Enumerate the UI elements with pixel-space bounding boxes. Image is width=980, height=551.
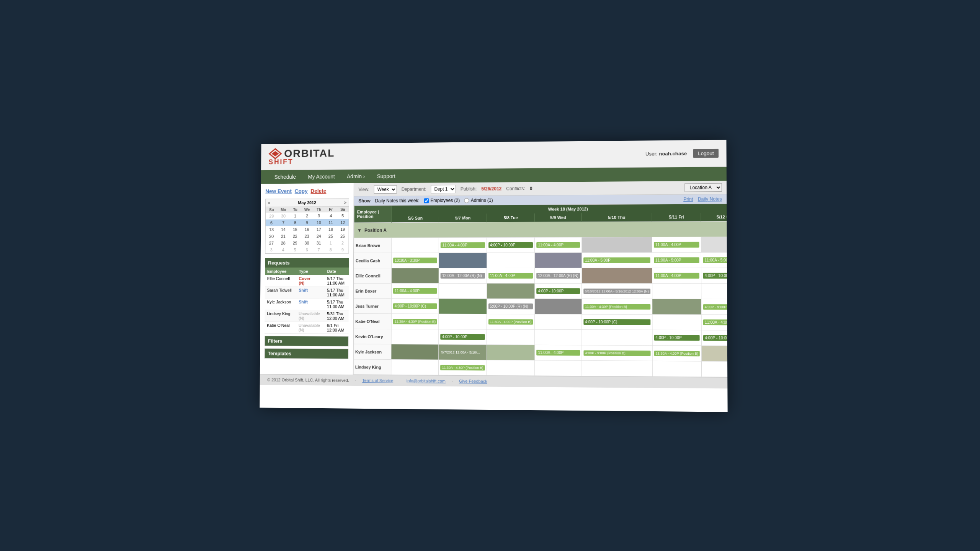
shift-brian-thu[interactable]: [581, 237, 652, 253]
collapse-icon[interactable]: ▼: [357, 228, 362, 233]
shift-erin-sat[interactable]: [701, 284, 727, 299]
shift-jess-tue[interactable]: 5:00P - 10:00P (R) (N): [487, 299, 535, 314]
cal-day-cell[interactable]: 31: [313, 240, 325, 246]
cal-day-cell[interactable]: 6: [266, 219, 278, 226]
shift-katie-sat[interactable]: 11:00A - 4:00P: [701, 315, 727, 330]
copy-link[interactable]: Copy: [295, 188, 308, 194]
cal-day-cell[interactable]: 9: [301, 219, 313, 226]
admins-option[interactable]: Admins (1): [464, 197, 493, 203]
shift-ellie-wed[interactable]: 12:00A - 12:00A (R) (N): [535, 268, 581, 283]
cal-day-cell[interactable]: 7: [313, 246, 325, 253]
shift-jess-mon[interactable]: [439, 298, 487, 314]
cal-next[interactable]: >: [344, 200, 346, 205]
cal-day-cell[interactable]: 5: [289, 246, 301, 253]
shift-ellie-sat[interactable]: 4:00P - 10:00P: [701, 268, 727, 284]
employees-option[interactable]: Employees (2): [424, 198, 460, 203]
shift-kevin-sun[interactable]: [391, 329, 439, 344]
cal-day-cell[interactable]: 1: [325, 240, 336, 246]
shift-lindsey-tue[interactable]: [487, 360, 535, 376]
filters-header[interactable]: Filters: [265, 336, 348, 346]
shift-cecilia-mon[interactable]: [439, 253, 487, 268]
shift-lindsey-wed[interactable]: [535, 360, 582, 376]
new-event-link[interactable]: New Event: [265, 188, 292, 194]
cal-day-cell[interactable]: 30: [278, 213, 289, 220]
nav-support[interactable]: Support: [371, 169, 402, 183]
shift-cecilia-tue[interactable]: [487, 253, 535, 268]
cal-day-cell[interactable]: 16: [301, 226, 313, 233]
shift-katie-fri[interactable]: [652, 315, 702, 330]
shift-cecilia-sat[interactable]: 11:00A - 5:00P: [701, 252, 728, 268]
shift-brian-wed[interactable]: 11:00A - 4:00P: [535, 237, 581, 253]
cal-day-cell[interactable]: 2: [336, 240, 348, 246]
cal-day-cell[interactable]: 21: [277, 233, 289, 240]
shift-cecilia-sun[interactable]: 10:30A - 3:30P: [392, 253, 439, 268]
cal-day-cell[interactable]: 18: [325, 226, 336, 233]
shift-jess-fri[interactable]: [652, 299, 702, 315]
cal-day-cell[interactable]: 7: [278, 219, 289, 226]
shift-ellie-tue[interactable]: 11:00A - 4:00P: [487, 268, 535, 283]
cal-day-cell[interactable]: 8: [325, 246, 336, 253]
templates-header[interactable]: Templates: [265, 349, 348, 359]
shift-erin-mon[interactable]: [439, 283, 487, 298]
footer-email[interactable]: info@orbitalshift.com: [407, 378, 446, 383]
shift-kevin-fri[interactable]: 4:00P - 10:00P: [652, 330, 702, 346]
shift-brian-tue[interactable]: 4:00P - 10:00P: [487, 237, 535, 253]
admins-radio[interactable]: [464, 198, 469, 203]
shift-kyle-sun[interactable]: [391, 344, 439, 360]
cal-day-cell[interactable]: 10: [313, 219, 325, 226]
shift-lindsey-sat[interactable]: [702, 361, 727, 377]
shift-kevin-sat[interactable]: 4:00P - 10:00P: [701, 330, 727, 346]
shift-jess-thu[interactable]: 11:30A - 4:30P (Position B): [581, 299, 652, 315]
daily-notes-button[interactable]: Daily Notes: [698, 196, 722, 202]
employees-checkbox[interactable]: [424, 198, 429, 203]
shift-erin-wed[interactable]: 4:00P - 10:00P: [535, 284, 582, 299]
cal-day-cell[interactable]: 8: [289, 219, 301, 226]
print-button[interactable]: Print: [683, 197, 693, 202]
cal-day-cell[interactable]: 15: [289, 226, 301, 233]
shift-cecilia-fri[interactable]: 11:00A - 5:00P: [652, 253, 701, 268]
cal-day-cell[interactable]: 26: [336, 233, 348, 240]
shift-ellie-mon[interactable]: 12:00A - 12:00A (R) (N): [439, 268, 487, 284]
cal-day-cell[interactable]: 22: [289, 233, 301, 240]
cal-day-cell[interactable]: 2: [301, 212, 313, 219]
cal-day-cell[interactable]: 28: [277, 240, 289, 246]
cal-day-cell[interactable]: 30: [301, 240, 313, 246]
cal-day-cell[interactable]: 5: [337, 212, 349, 219]
shift-cecilia-thu[interactable]: 11:00A - 5:00P: [581, 253, 652, 268]
cal-day-cell[interactable]: 11: [325, 219, 336, 226]
shift-katie-sun[interactable]: 11:30A - 4:30P (Position B): [391, 314, 439, 329]
shift-erin-fri[interactable]: [652, 284, 701, 299]
shift-ellie-sun[interactable]: [392, 268, 439, 284]
delete-link[interactable]: Delete: [310, 188, 326, 194]
shift-kyle-sat[interactable]: [702, 346, 728, 361]
nav-admin[interactable]: Admin ›: [341, 170, 371, 183]
cal-day-cell[interactable]: 19: [336, 226, 348, 233]
cal-day-cell[interactable]: 1: [289, 212, 301, 219]
shift-jess-sat[interactable]: 4:00P - 9:00P (Position B): [701, 299, 727, 315]
shift-jess-wed[interactable]: [535, 299, 582, 314]
shift-kevin-mon[interactable]: 4:00P - 10:00P: [439, 329, 487, 345]
shift-lindsey-sun[interactable]: [391, 359, 439, 375]
nav-schedule[interactable]: Schedule: [268, 170, 302, 184]
shift-brian-mon[interactable]: 11:00A - 4:00P: [439, 238, 487, 253]
shift-kyle-wed[interactable]: 11:00A - 4:00P: [535, 345, 582, 360]
cal-day-cell[interactable]: 3: [313, 212, 325, 219]
shift-katie-tue[interactable]: 11:30A - 4:00P (Position B): [487, 314, 535, 330]
cal-day-cell[interactable]: 13: [266, 226, 278, 233]
shift-brian-sun[interactable]: [392, 238, 439, 253]
shift-lindsey-fri[interactable]: [652, 361, 702, 377]
cal-day-cell[interactable]: 29: [266, 213, 278, 220]
shift-kyle-thu[interactable]: 4:00P - 9:00P (Position B): [582, 345, 652, 361]
shift-kyle-mon[interactable]: 5/7/2012 12:00A - 5/10/...: [439, 344, 487, 360]
shift-ellie-fri[interactable]: 11:00A - 4:00P: [652, 268, 701, 284]
cal-day-cell[interactable]: 3: [265, 246, 277, 253]
cal-day-cell[interactable]: 17: [313, 226, 325, 233]
dept-select[interactable]: Dept 1: [431, 185, 456, 193]
footer-feedback[interactable]: Give Feedback: [459, 379, 487, 384]
nav-my-account[interactable]: My Account: [302, 170, 341, 184]
shift-katie-mon[interactable]: [439, 314, 487, 329]
shift-katie-wed[interactable]: [535, 314, 582, 330]
cal-day-cell[interactable]: 9: [336, 246, 348, 253]
cal-day-cell[interactable]: 29: [289, 240, 301, 246]
cal-day-cell[interactable]: 25: [325, 233, 336, 240]
